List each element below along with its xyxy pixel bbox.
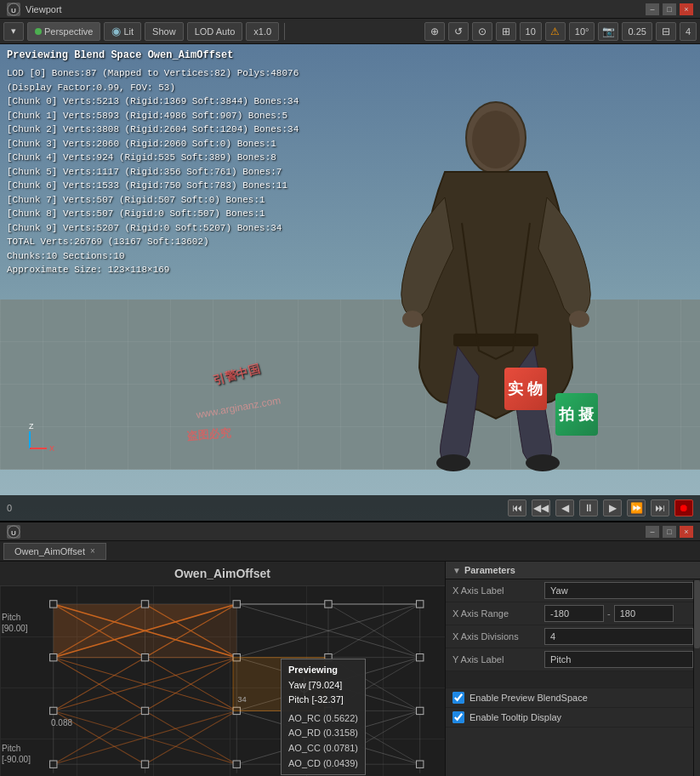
ue-logo-icon: U — [7, 3, 20, 16]
playback-controls: ⏮ ◀◀ ◀ ⏸ ▶ ⏩ ⏭ ⏺ — [508, 499, 693, 516]
toolbar-right-group: ⊕ ↺ ⊙ ⊞ 10 ⚠ 10° 📷 0.25 ⊟ 4 — [424, 22, 697, 41]
x-axis-range-max-input[interactable] — [614, 605, 674, 622]
svg-point-8 — [526, 454, 560, 471]
blendspace-tab[interactable]: Owen_AimOffset × — [3, 543, 106, 560]
minimize-button[interactable]: – — [646, 3, 659, 15]
bs-minimize-button[interactable]: – — [646, 526, 659, 538]
perspective-label: Perspective — [44, 26, 93, 37]
next-frame-button[interactable]: ⏩ — [627, 499, 646, 516]
perspective-dot-icon — [35, 28, 42, 35]
title-bar-controls: – □ × — [646, 3, 693, 15]
ue-logo-icon-2: U — [7, 525, 20, 539]
close-button[interactable]: × — [680, 3, 693, 15]
move-icon-btn[interactable]: ⊕ — [424, 22, 445, 41]
sticker-2: 拍 摄 — [555, 393, 598, 436]
tab-close-icon[interactable]: × — [90, 546, 95, 556]
x-axis-label-input[interactable] — [544, 582, 693, 599]
chunk-9: [Chunk 9] Verts:5207 (Rigid:0 Soft:5207)… — [7, 221, 299, 236]
blendspace-title-left: U — [7, 525, 20, 539]
chunk-4: [Chunk 4] Verts:924 (Rigid:535 Soft:389)… — [7, 151, 299, 165]
sections-info: Chunks:10 Sections:10 — [7, 249, 299, 264]
chunk-3: [Chunk 3] Verts:2060 (Rigid:2060 Soft:0)… — [7, 137, 299, 151]
parameters-panel: ▼ Parameters X Axis Label X Axis Range -… — [445, 562, 700, 776]
sticker-1: 实 物 — [504, 368, 547, 410]
prev-frame-button[interactable]: ◀◀ — [532, 499, 550, 516]
x1-label: x1.0 — [253, 26, 271, 37]
perspective-button[interactable]: Perspective — [27, 22, 100, 41]
layers-icon-btn[interactable]: ⊟ — [656, 22, 676, 41]
chunk-2: [Chunk 2] Verts:3808 (Rigid:2604 Soft:12… — [7, 123, 299, 137]
blendspace-main[interactable]: Owen_AimOffset Pitch [90.00] Pitch [-90.… — [0, 562, 445, 776]
lit-button[interactable]: ◉ Lit — [104, 22, 141, 41]
scrollbar-thumb[interactable] — [694, 580, 700, 648]
lod-button[interactable]: LOD Auto — [187, 22, 243, 41]
blendspace-title: Owen_AimOffset — [0, 562, 445, 586]
x1-button[interactable]: x1.0 — [246, 22, 279, 41]
blendspace-grid — [0, 586, 445, 776]
range-divider: - — [607, 608, 611, 619]
prev-button[interactable]: ◀ — [555, 499, 574, 516]
camera-icon-btn[interactable]: 📷 — [598, 22, 618, 41]
blendspace-canvas[interactable]: Pitch [90.00] Pitch [-90.00] Yaw[-180.00… — [0, 586, 445, 776]
x-axis-range-label: X Axis Range — [452, 608, 538, 619]
snap-number: 10 — [520, 22, 542, 41]
toolbar-separator-1 — [284, 23, 285, 40]
approx-size: Approximate Size: 123×118×169 — [7, 263, 299, 277]
dropdown-arrow-icon: ▾ — [11, 26, 16, 37]
enable-tooltip-row: Enable Tooltip Display — [446, 708, 700, 728]
grid-icon-btn[interactable]: ⊞ — [496, 22, 516, 41]
viewport-dropdown-button[interactable]: ▾ — [3, 22, 24, 41]
svg-point-5 — [569, 311, 589, 328]
skip-start-button[interactable]: ⏮ — [508, 499, 526, 516]
enable-preview-row: Enable Preview BlendSpace — [446, 688, 700, 708]
y-axis-label-input[interactable] — [544, 651, 693, 668]
bs-close-button[interactable]: × — [680, 526, 693, 538]
play-button[interactable]: ▶ — [603, 499, 622, 516]
x-axis-divisions-input[interactable] — [544, 628, 693, 645]
chunk-6: [Chunk 6] Verts:1533 (Rigid:750 Soft:783… — [7, 179, 299, 193]
record-button[interactable]: ⏺ — [674, 499, 693, 516]
warning-icon-btn[interactable]: ⚠ — [545, 22, 566, 41]
angle-value: 10° — [569, 22, 595, 41]
enable-tooltip-checkbox[interactable] — [452, 711, 464, 723]
enable-preview-checkbox[interactable] — [452, 692, 464, 704]
pause-button[interactable]: ⏸ — [579, 499, 598, 516]
chunk-0: [Chunk 0] Verts:5213 (Rigid:1369 Soft:38… — [7, 94, 299, 109]
bs-maximize-button[interactable]: □ — [663, 526, 676, 538]
params-section-label: Parameters — [464, 565, 515, 575]
blendspace-title-bar: U – □ × — [0, 522, 700, 541]
lod-info: LOD [0] Bones:87 (Mapped to Vertices:82)… — [7, 66, 299, 81]
skip-end-button[interactable]: ⏭ — [651, 499, 669, 516]
svg-point-4 — [402, 311, 423, 328]
chunk-5: [Chunk 5] Verts:1117 (Rigid:356 Soft:761… — [7, 165, 299, 180]
rotate-icon-btn[interactable]: ↺ — [448, 22, 469, 41]
title-bar-left: U Viewport — [7, 3, 62, 16]
svg-text:U: U — [11, 7, 16, 14]
show-button[interactable]: Show — [145, 22, 184, 41]
svg-point-7 — [436, 454, 470, 471]
svg-text:Z: Z — [29, 422, 34, 431]
viewport-area[interactable]: Previewing Blend Space Owen_AimOffset LO… — [0, 44, 700, 521]
layer-number: 4 — [680, 22, 697, 41]
blendspace-tab-bar: Owen_AimOffset × — [0, 541, 700, 562]
viewport-window: U Viewport – □ × ▾ Perspective ◉ Lit Sho… — [0, 0, 700, 521]
scale-icon-btn[interactable]: ⊙ — [472, 22, 492, 41]
maximize-button[interactable]: □ — [663, 3, 676, 15]
params-spacer — [446, 671, 700, 688]
lit-icon: ◉ — [111, 25, 121, 37]
viewport-info-overlay: Previewing Blend Space Owen_AimOffset LO… — [0, 44, 305, 281]
blendspace-title-controls: – □ × — [646, 526, 693, 538]
chunk-1: [Chunk 1] Verts:5893 (Rigid:4986 Soft:90… — [7, 109, 299, 123]
params-scrollbar[interactable] — [693, 580, 700, 776]
x-axis-range-min-input[interactable] — [544, 605, 604, 622]
viewport-toolbar: ▾ Perspective ◉ Lit Show LOD Auto x1.0 ⊕… — [0, 19, 700, 44]
viewport-title-bar: U Viewport – □ × — [0, 0, 700, 19]
y-top-value: [90.00] — [2, 623, 28, 634]
total-verts: TOTAL Verts:26769 (13167 Soft:13602) — [7, 235, 299, 249]
axes-indicator: Z X — [17, 419, 60, 461]
enable-preview-label: Enable Preview BlendSpace — [470, 693, 588, 703]
viewport-window-title: Viewport — [26, 4, 62, 14]
svg-point-3 — [472, 111, 520, 168]
params-header: ▼ Parameters — [446, 562, 700, 579]
x-axis-label-row: X Axis Label — [446, 579, 700, 602]
